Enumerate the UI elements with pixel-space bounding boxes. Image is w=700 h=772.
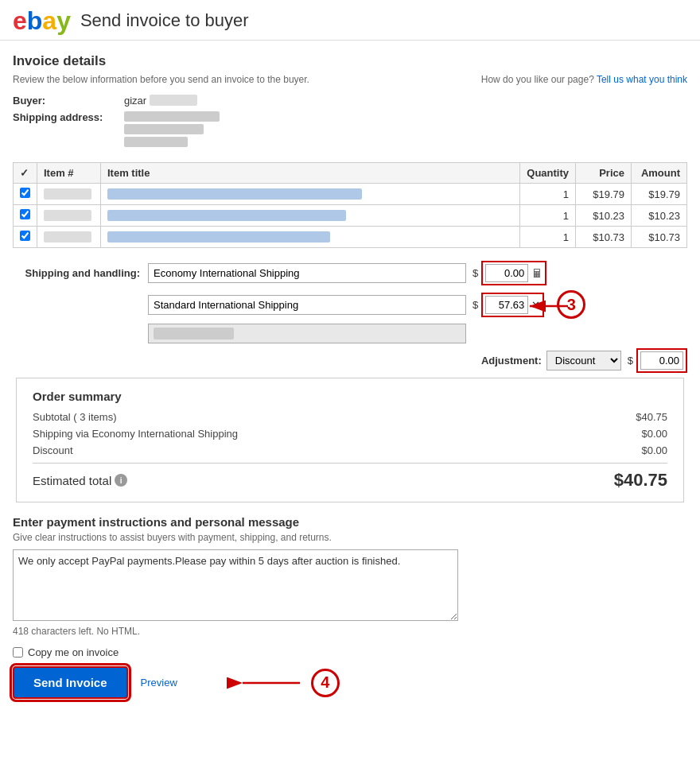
shipping-address-row: Shipping address: — [13, 111, 687, 149]
order-summary: Order summary Subtotal ( 3 items) $40.75… — [16, 378, 684, 502]
discount-row: Discount $0.00 — [33, 444, 667, 456]
shipping-summary-row: Shipping via Economy International Shipp… — [33, 428, 667, 440]
shipping-section: Shipping and handling: Economy Internati… — [13, 261, 687, 378]
item-amount-1: $10.23 — [632, 205, 687, 227]
estimated-total-label: Estimated total i — [33, 474, 127, 487]
col-amount: Amount — [632, 163, 687, 184]
order-summary-title: Order summary — [33, 390, 667, 403]
payment-subtitle: Give clear instructions to assist buyers… — [13, 532, 687, 543]
item-title-1: blurred item title — [101, 205, 520, 227]
total-row: Estimated total i $40.75 — [33, 470, 667, 491]
discount-label: Discount — [33, 444, 73, 456]
actions-row: Send Invoice Preview 4 — [13, 666, 687, 699]
item-qty-2: 1 — [520, 227, 576, 248]
item-price-2: $10.73 — [576, 227, 632, 248]
logo-y: y — [56, 6, 71, 35]
item-qty-1: 1 — [520, 205, 576, 227]
adjustment-amount-input[interactable] — [640, 351, 683, 370]
logo-a: a — [42, 6, 56, 35]
item-amount-2: $10.73 — [632, 227, 687, 248]
arrow-4-svg — [238, 672, 301, 694]
item-qty-0: 1 — [520, 184, 576, 205]
adj-dollar-sign: $ — [628, 355, 633, 367]
summary-divider — [33, 463, 667, 464]
item-num-2: 2 — [37, 227, 101, 248]
logo-b: b — [27, 6, 43, 35]
feedback-link[interactable]: Tell us what you think — [597, 74, 687, 85]
estimated-total-value: $40.75 — [614, 470, 667, 491]
subtotal-row: Subtotal ( 3 items) $40.75 — [33, 411, 667, 423]
item-title-0: blurred item title — [101, 184, 520, 205]
item-title-2: blurred item title — [101, 227, 520, 248]
subtotal-label: Subtotal ( 3 items) — [33, 411, 117, 423]
info-icon[interactable]: i — [115, 474, 127, 487]
logo-e: e — [13, 6, 27, 35]
feedback-link-area: How do you like our page? Tell us what y… — [481, 74, 687, 85]
shipping-row-2-container: Standard International Shipping Economy … — [13, 290, 687, 319]
item-checkbox-0[interactable] — [20, 188, 30, 198]
addr-line2-blurred — [124, 124, 204, 134]
review-row: Review the below information before you … — [13, 74, 687, 85]
page-title: Send invoice to buyer — [80, 10, 249, 31]
col-quantity: Quantity — [520, 163, 576, 184]
ebay-logo: ebay — [13, 8, 71, 33]
shipping-amount-input-1[interactable] — [485, 264, 528, 282]
buyer-info: Buyer: gizar Shipping address: — [13, 95, 687, 149]
preview-link[interactable]: Preview — [141, 677, 177, 689]
shipping-row-3: Add other service — [13, 324, 687, 343]
main-content: Invoice details Review the below informa… — [0, 41, 700, 712]
send-invoice-button[interactable]: Send Invoice — [13, 666, 128, 699]
copy-me-label: Copy me on invoice — [28, 646, 119, 658]
item-num-1: 2 — [37, 205, 101, 227]
item-checkbox-2[interactable] — [20, 231, 30, 241]
buyer-name-blurred — [150, 95, 197, 106]
payment-section: Enter payment instructions and personal … — [13, 515, 687, 637]
table-row: 2 blurred item title1$10.73$10.73 — [14, 227, 687, 248]
item-price-1: $10.23 — [576, 205, 632, 227]
shipping-select-1[interactable]: Economy International Shipping Standard … — [148, 263, 466, 283]
table-row: 2 blurred item title1$19.79$19.79 — [14, 184, 687, 205]
shipping-select-2-wrap[interactable]: Standard International Shipping Economy … — [148, 295, 466, 315]
payment-title: Enter payment instructions and personal … — [13, 515, 687, 529]
dollar-sign-2: $ — [472, 299, 478, 311]
chars-left: 418 characters left. No HTML. — [13, 626, 687, 637]
shipping-summary-value: $0.00 — [641, 428, 667, 440]
item-checkbox-1[interactable] — [20, 209, 30, 219]
dollar-sign-1: $ — [472, 267, 478, 279]
invoice-details-title: Invoice details — [13, 53, 687, 69]
buyer-label: Buyer: — [13, 95, 124, 107]
shipping-address-label: Shipping address: — [13, 111, 124, 123]
calculator-icon[interactable]: 🖩 — [531, 267, 542, 280]
addr-line3-blurred — [124, 137, 188, 147]
buyer-row: Buyer: gizar — [13, 95, 687, 107]
items-table: ✓ Item # Item title Quantity Price Amoun… — [13, 162, 687, 248]
item-price-0: $19.79 — [576, 184, 632, 205]
shipping-select-1-wrap[interactable]: Economy International Shipping Standard … — [148, 263, 466, 283]
copy-me-checkbox[interactable] — [13, 647, 23, 658]
shipping-label: Shipping and handling: — [13, 267, 148, 279]
shipping-service-blurred: Add other service — [148, 324, 466, 343]
copy-me-row: Copy me on invoice — [13, 646, 687, 658]
item-amount-0: $19.79 — [632, 184, 687, 205]
col-item-title: Item title — [101, 163, 520, 184]
shipping-address-value — [124, 111, 220, 149]
review-text: Review the below information before you … — [13, 74, 309, 85]
arrow-3-svg — [522, 295, 570, 317]
step-4-annotation: 4 — [311, 669, 340, 697]
shipping-select-2[interactable]: Standard International Shipping Economy … — [148, 295, 466, 315]
item-num-0: 2 — [37, 184, 101, 205]
subtotal-value: $40.75 — [636, 411, 667, 423]
discount-value: $0.00 — [641, 444, 667, 456]
col-item-num: Item # — [37, 163, 101, 184]
addr-line1-blurred — [124, 111, 220, 122]
adjustment-row: Adjustment: Discount Surcharge $ — [13, 348, 687, 373]
col-price: Price — [576, 163, 632, 184]
feedback-prompt: How do you like our page? — [481, 74, 594, 85]
payment-message-textarea[interactable]: We only accept PayPal payments.Please pa… — [13, 549, 458, 621]
header: ebay Send invoice to buyer — [0, 0, 700, 41]
adjustment-select[interactable]: Discount Surcharge — [546, 351, 621, 370]
shipping-summary-label: Shipping via Economy International Shipp… — [33, 428, 238, 440]
col-checkbox: ✓ — [14, 163, 37, 184]
shipping-row-1: Shipping and handling: Economy Internati… — [13, 261, 687, 285]
table-row: 2 blurred item title1$10.23$10.23 — [14, 205, 687, 227]
